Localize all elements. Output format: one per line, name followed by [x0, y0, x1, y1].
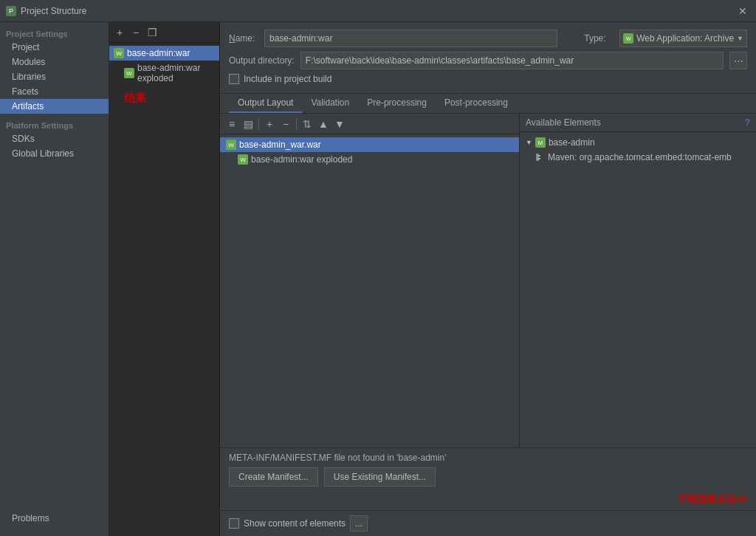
use-existing-manifest-button[interactable]: Use Existing Manifest... [324, 467, 436, 487]
available-help-icon[interactable]: ? [745, 117, 750, 128]
include-in-build-label: Include in project build [244, 74, 331, 84]
artifacts-tree-panel: + − ❐ W base-admin:war W base-admin:war … [109, 22, 220, 536]
war-exploded-icon: W [124, 68, 134, 78]
up-button[interactable]: ▲ [316, 117, 331, 131]
tree-item-war[interactable]: W base-admin:war [109, 46, 219, 61]
title-bar: P Project Structure ✕ [0, 0, 756, 22]
svg-rect-0 [536, 154, 539, 161]
output-dir-input[interactable] [300, 52, 724, 69]
copy-artifact-button[interactable]: ❐ [145, 25, 159, 40]
svg-rect-2 [537, 158, 540, 159]
name-label: Name: [229, 33, 258, 44]
remove-element-button[interactable]: − [278, 117, 293, 131]
output-tree-item-exploded[interactable]: W base-admin:war exploded [220, 152, 519, 167]
output-tree-item-war[interactable]: W base-admin_war.war [220, 137, 519, 152]
manifest-warning: META-INF/MANIFEST.MF file not found in '… [229, 453, 747, 463]
sidebar-item-sdks[interactable]: SDKs [0, 131, 109, 146]
sort-button[interactable]: ⇅ [300, 117, 315, 131]
artifacts-tree: W base-admin:war W base-admin:war explod… [109, 43, 219, 536]
available-elements-pane: Available Elements ? ▼ M base-admin [520, 114, 756, 447]
down-button[interactable]: ▼ [332, 117, 347, 131]
tabs-bar: Output Layout Validation Pre-processing … [220, 94, 756, 114]
show-content-label: Show content of elements [244, 518, 346, 529]
tab-output-layout[interactable]: Output Layout [229, 94, 302, 113]
bottom-area: META-INF/MANIFEST.MF file not found in '… [220, 447, 756, 510]
main-container: Project Settings Project Modules Librari… [0, 22, 756, 536]
output-dir-browse-button[interactable]: ⋯ [729, 52, 747, 69]
output-panes: ≡ ▤ + − ⇅ ▲ ▼ W base-admin_war.war [220, 114, 756, 447]
type-icon: W [623, 33, 633, 44]
tab-validation[interactable]: Validation [302, 94, 358, 113]
sidebar: Project Settings Project Modules Librari… [0, 22, 109, 536]
name-input[interactable] [264, 30, 557, 47]
include-in-build-row: Include in project build [229, 74, 747, 84]
avail-item-tomcat[interactable]: Maven: org.apache.tomcat.embed:tomcat-em… [520, 150, 756, 165]
type-label: Type: [584, 33, 614, 44]
war-icon: W [114, 48, 124, 58]
result-annotation: 结果 [109, 86, 219, 106]
manifest-buttons: Create Manifest... Use Existing Manifest… [229, 467, 747, 487]
add-element-button[interactable]: + [262, 117, 277, 131]
type-select[interactable]: W Web Application: Archive ▼ [619, 30, 747, 47]
project-settings-label: Project Settings [0, 27, 109, 40]
tab-post-processing[interactable]: Post-processing [436, 94, 517, 113]
name-row: Name: Type: W Web Application: Archive ▼ [229, 30, 747, 47]
sidebar-item-modules[interactable]: Modules [0, 55, 109, 69]
available-header: Available Elements ? [520, 114, 756, 132]
avail-item-base-admin[interactable]: ▼ M base-admin [520, 135, 756, 150]
add-artifact-button[interactable]: + [112, 25, 127, 40]
tab-pre-processing[interactable]: Pre-processing [358, 94, 436, 113]
tree-toolbar: + − ❐ [109, 22, 219, 43]
artifact-form: Name: Type: W Web Application: Archive ▼… [220, 22, 756, 94]
app-icon: P [6, 6, 16, 16]
sidebar-item-project[interactable]: Project [0, 40, 109, 55]
sidebar-item-facets[interactable]: Facets [0, 84, 109, 99]
output-tree-content: W base-admin_war.war W base-admin:war ex… [220, 134, 519, 447]
tab-content-area: ≡ ▤ + − ⇅ ▲ ▼ W base-admin_war.war [220, 114, 756, 536]
maven-icon [535, 152, 545, 162]
show-content-checkbox[interactable] [229, 518, 239, 529]
remove-artifact-button[interactable]: − [128, 25, 143, 40]
available-elements-label: Available Elements [526, 117, 601, 128]
toolbar-separator2 [296, 118, 297, 130]
available-elements-content: ▼ M base-admin Maven: org.apache.tomcat.… [520, 132, 756, 447]
svg-rect-1 [537, 155, 540, 157]
module-icon: M [535, 137, 546, 148]
red-annotation-text: 不能忽略点击ok [678, 492, 747, 506]
platform-settings-label: Platform Settings [0, 118, 109, 131]
show-content-row: Show content of elements ... [220, 510, 756, 536]
output-exploded-icon: W [238, 154, 248, 165]
type-dropdown-arrow: ▼ [737, 35, 743, 42]
output-layout-pane: ≡ ▤ + − ⇅ ▲ ▼ W base-admin_war.war [220, 114, 520, 447]
sidebar-item-problems[interactable]: Problems [0, 511, 109, 526]
output-war-icon: W [226, 140, 236, 150]
sidebar-item-artifacts[interactable]: Artifacts [0, 99, 109, 114]
toolbar-separator [258, 118, 259, 130]
right-panel: Name: Type: W Web Application: Archive ▼… [220, 22, 756, 536]
show-tree-button[interactable]: ≡ [224, 117, 239, 131]
output-dir-row: Output directory: ⋯ [229, 52, 747, 69]
list-view-button[interactable]: ▤ [241, 117, 255, 131]
window-close-button[interactable]: ✕ [735, 4, 750, 18]
include-in-build-checkbox[interactable] [229, 74, 239, 84]
sidebar-item-libraries[interactable]: Libraries [0, 69, 109, 84]
expand-icon: ▼ [526, 139, 532, 146]
tree-item-war-exploded[interactable]: W base-admin:war exploded [109, 61, 219, 86]
create-manifest-button[interactable]: Create Manifest... [229, 467, 318, 487]
dots-button[interactable]: ... [350, 515, 368, 532]
sidebar-item-global-libraries[interactable]: Global Libraries [0, 146, 109, 161]
output-dir-label: Output directory: [229, 55, 295, 66]
output-pane-toolbar: ≡ ▤ + − ⇅ ▲ ▼ [220, 114, 519, 134]
dialog-title: Project Structure [21, 6, 86, 16]
